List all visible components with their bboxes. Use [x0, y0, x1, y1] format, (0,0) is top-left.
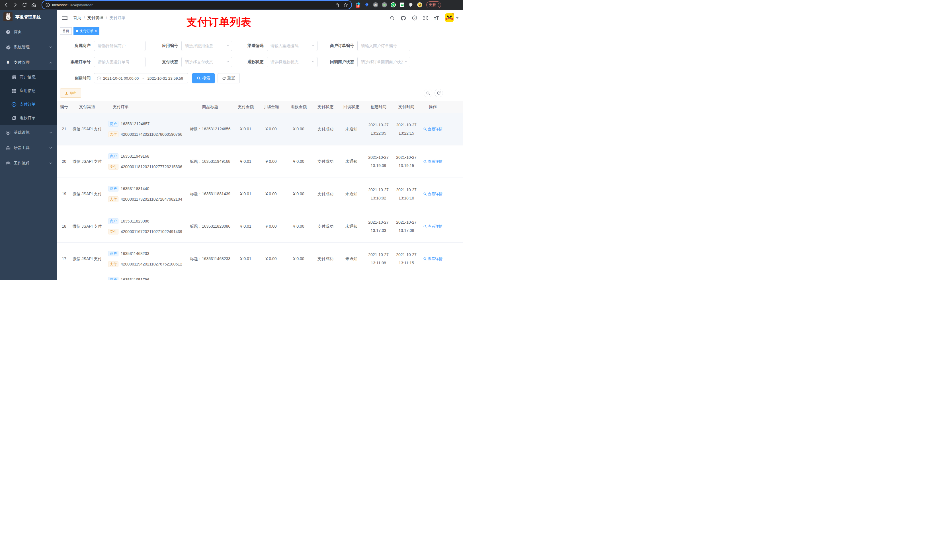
filter-label: 渠道编码 [239, 43, 267, 48]
view-detail-link[interactable]: 查看详情 [423, 255, 442, 263]
logo-rabbit-icon [3, 12, 12, 22]
filter-control [182, 41, 232, 51]
extension-y-icon[interactable]: y [391, 2, 396, 8]
sidebar-item-workflow[interactable]: 工作流程 [0, 155, 57, 171]
cell-refund: ¥ 0.00 [285, 243, 313, 275]
sidebar-item-dev-tools[interactable]: 研发工具 [0, 140, 57, 155]
github-icon[interactable] [401, 15, 406, 21]
reset-button[interactable]: 重置 [218, 73, 240, 83]
cell-pay-order: 商户1635311823086 支付4200001167202110271022… [103, 210, 186, 242]
filter-label: 所属商户 [63, 43, 94, 48]
sidebar-collapse-icon[interactable] [61, 16, 69, 20]
sidebar-item-merchant-info[interactable]: 商户信息 [0, 70, 57, 84]
pay-tag: 支付 [108, 196, 118, 202]
cell-refund [285, 275, 313, 280]
svg-text:?: ? [414, 16, 415, 20]
refresh-table-button[interactable] [434, 89, 443, 97]
bookmark-star-icon[interactable] [343, 3, 348, 7]
filter-input[interactable] [182, 41, 232, 51]
extension-kite-icon[interactable] [364, 2, 369, 8]
browser-forward-button[interactable] [11, 1, 20, 9]
extensions-puzzle-icon[interactable] [409, 2, 413, 8]
cell-created: 2021-10-27 13:19:09 [365, 145, 392, 178]
share-icon[interactable] [335, 3, 339, 8]
cell-status: 支付成功 [313, 178, 338, 210]
cell-paid [392, 275, 420, 280]
sidebar-item-pay-order[interactable]: ¥ 支付订单 [0, 98, 57, 111]
extension-chat-icon[interactable] [399, 2, 405, 8]
extension-recorder-icon[interactable] [382, 2, 387, 8]
site-info-icon[interactable] [45, 3, 50, 7]
cell-refund: ¥ 0.00 [285, 113, 313, 145]
view-detail-link[interactable]: 查看详情 [423, 125, 442, 133]
browser-menu-icon[interactable] [438, 3, 439, 7]
sidebar-item-infrastructure[interactable]: 基础设施 [0, 125, 57, 140]
extension-emoji-avatar[interactable] [417, 2, 422, 8]
sidebar-item-refund-order[interactable]: 退款订单 [0, 111, 57, 125]
cell-status: 支付成功 [313, 210, 338, 242]
table-row: 21 微信 JSAPI 支付 商户1635312124657 支付4200001… [57, 113, 463, 145]
cell-status: 支付成功 [313, 113, 338, 145]
cell-action: 查看详情 [420, 210, 445, 242]
briefcase-icon [5, 161, 11, 166]
reset-button-label: 重置 [227, 76, 235, 81]
tags-view: 首页 支付订单 × [57, 26, 463, 36]
top-navbar: 首页/支付管理/支付订单 ? TT [57, 10, 463, 26]
sidebar-item-system[interactable]: 系统管理 [0, 39, 57, 55]
toggle-search-button[interactable] [424, 89, 432, 97]
export-button[interactable]: 导出 [60, 89, 81, 98]
extension-devtools-icon[interactable]: 10 [356, 2, 360, 8]
sidebar-item-pay[interactable]: ¥ 支付管理 [0, 55, 57, 70]
cell-refund: ¥ 0.00 [285, 210, 313, 242]
app-title: 芋道管理系统 [15, 15, 41, 20]
cell-action: 查看详情 [420, 113, 445, 145]
chevron-icon [49, 162, 52, 165]
view-detail-link[interactable]: 查看详情 [423, 222, 442, 231]
filter-input[interactable] [182, 57, 232, 67]
cell-fee: ¥ 0.00 [257, 243, 285, 275]
app-logo[interactable]: 芋道管理系统 [0, 10, 57, 24]
breadcrumb-item[interactable]: 首页 [73, 15, 81, 21]
browser-back-button[interactable] [2, 1, 10, 9]
close-icon[interactable]: × [95, 29, 97, 33]
cell-paid: 2021-10-27 13:17:08 [392, 210, 420, 242]
breadcrumb-item[interactable]: 支付管理 [88, 15, 103, 21]
filter-input[interactable] [94, 41, 145, 51]
filter-control [267, 41, 318, 51]
filter-input[interactable] [94, 57, 145, 67]
cell-title: 标题：1635311881439 [186, 178, 234, 210]
view-detail-link[interactable]: 查看详情 [423, 157, 442, 166]
filter-input[interactable] [357, 41, 410, 51]
fullscreen-icon[interactable] [423, 16, 428, 21]
cell-refund: ¥ 0.00 [285, 178, 313, 210]
cell-created: 2021-10-27 13:22:05 [365, 113, 392, 145]
cell-fee: ¥ 0.00 [257, 178, 285, 210]
url-bar[interactable]: localhost:1024/pay/order [42, 1, 351, 9]
extension-badge: 10 [356, 5, 360, 8]
user-avatar[interactable] [445, 14, 459, 23]
merchant-tag: 商户 [108, 251, 118, 257]
help-icon[interactable]: ? [412, 15, 417, 21]
browser-update-button[interactable]: 更新 [426, 2, 441, 8]
extension-command-icon[interactable]: ⌘ [373, 2, 378, 8]
font-size-icon[interactable]: TT [434, 16, 439, 21]
merchant-tag: 商户 [108, 121, 118, 127]
date-range-input[interactable]: 2021-10-01 00:00:00 - 2021-10-31 23:59:5… [94, 73, 188, 83]
filter-input[interactable] [267, 57, 318, 67]
cell-id: 21 [57, 113, 71, 145]
view-tab-inactive[interactable]: 首页 [60, 27, 72, 35]
sidebar-item-app-info[interactable]: 应用信息 [0, 84, 57, 98]
browser-reload-button[interactable] [21, 1, 29, 9]
sidebar-item-home[interactable]: 首页 [0, 24, 57, 39]
filter-control [267, 57, 318, 67]
chevron-icon [49, 45, 52, 49]
breadcrumb: 首页/支付管理/支付订单 [73, 15, 126, 21]
cell-notify: 未通知 [338, 145, 365, 178]
header-search-icon[interactable] [390, 16, 395, 21]
filter-input[interactable] [357, 57, 410, 67]
view-tab-active[interactable]: 支付订单 × [73, 27, 99, 35]
filter-input[interactable] [267, 41, 318, 51]
view-detail-link[interactable]: 查看详情 [423, 190, 442, 198]
browser-home-button[interactable] [30, 1, 38, 9]
search-button[interactable]: 搜索 [192, 73, 215, 83]
